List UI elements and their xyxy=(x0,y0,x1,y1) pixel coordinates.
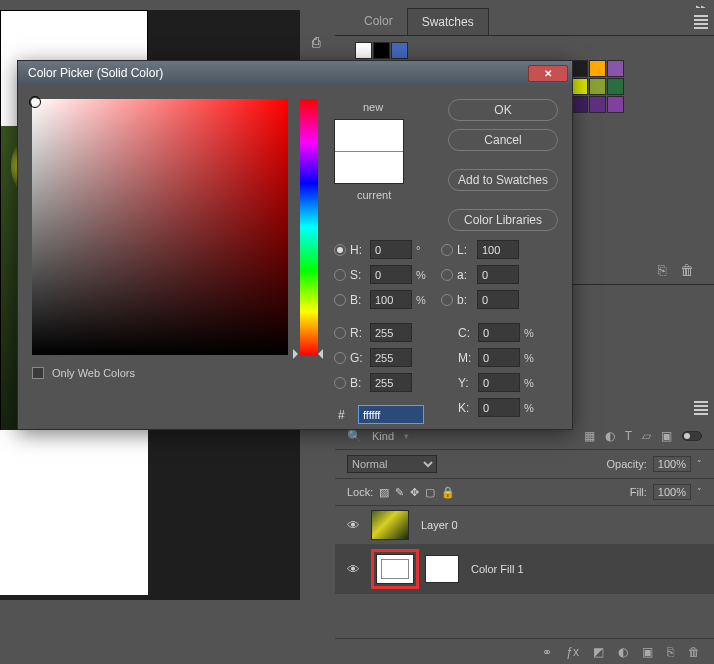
radio-g[interactable] xyxy=(334,352,346,364)
lock-position-icon[interactable]: ✥ xyxy=(410,486,419,499)
filter-pixel-icon[interactable]: ▦ xyxy=(584,429,595,443)
radio-brgb[interactable] xyxy=(334,377,346,389)
radio-s[interactable] xyxy=(334,269,346,281)
swatch-item[interactable] xyxy=(463,42,480,59)
input-r[interactable] xyxy=(370,323,412,342)
lock-image-icon[interactable]: ✎ xyxy=(395,486,404,499)
layer-item-colorfill[interactable]: 👁 Color Fill 1 xyxy=(335,545,714,594)
fill-dropdown-icon[interactable]: ˅ xyxy=(697,487,702,497)
brush-panel-icon[interactable]: ⎙ xyxy=(304,30,328,54)
swatch-item[interactable] xyxy=(607,114,624,131)
filter-smart-icon[interactable]: ▣ xyxy=(661,429,672,443)
new-swatch-icon[interactable]: ⎘ xyxy=(658,262,666,278)
fill-value[interactable]: 100% xyxy=(653,484,691,500)
layer-name[interactable]: Layer 0 xyxy=(421,519,458,531)
mask-icon[interactable]: ◩ xyxy=(593,645,604,659)
swatch-item[interactable] xyxy=(589,60,606,77)
swatch-item[interactable] xyxy=(445,42,462,59)
filter-adjust-icon[interactable]: ◐ xyxy=(605,429,615,443)
swatch-item[interactable] xyxy=(589,78,606,95)
filter-kind-label[interactable]: Kind xyxy=(372,430,394,442)
lock-transparency-icon[interactable]: ▨ xyxy=(379,486,389,499)
tab-color[interactable]: Color xyxy=(350,8,407,35)
swatch-item[interactable] xyxy=(571,78,588,95)
link-layers-icon[interactable]: ⚭ xyxy=(542,645,552,659)
current-color-swatch[interactable] xyxy=(335,151,403,183)
lock-all-icon[interactable]: 🔒 xyxy=(441,486,455,499)
cancel-button[interactable]: Cancel xyxy=(448,129,558,151)
blend-mode-select[interactable]: Normal xyxy=(347,455,437,473)
swatch-item[interactable] xyxy=(427,42,444,59)
layer-name[interactable]: Color Fill 1 xyxy=(471,563,524,575)
input-h[interactable] xyxy=(370,240,412,259)
radio-r[interactable] xyxy=(334,327,346,339)
input-m[interactable] xyxy=(478,348,520,367)
color-cursor[interactable] xyxy=(29,96,41,108)
swatch-item[interactable] xyxy=(607,42,624,59)
swatch-item[interactable] xyxy=(553,42,570,59)
swatch-item[interactable] xyxy=(535,42,552,59)
tab-swatches[interactable]: Swatches xyxy=(407,8,489,35)
dropdown-icon[interactable]: ▾ xyxy=(404,431,409,441)
radio-blab[interactable] xyxy=(441,294,453,306)
only-web-checkbox[interactable] xyxy=(32,367,44,379)
layer-mask-thumbnail[interactable] xyxy=(425,555,459,583)
group-icon[interactable]: ▣ xyxy=(642,645,653,659)
swatch-item[interactable] xyxy=(571,60,588,77)
opacity-dropdown-icon[interactable]: ˅ xyxy=(697,459,702,469)
radio-a[interactable] xyxy=(441,269,453,281)
ok-button[interactable]: OK xyxy=(448,99,558,121)
swatch-item[interactable] xyxy=(571,114,588,131)
hue-handle-left-icon[interactable] xyxy=(293,349,298,359)
panel-menu-icon[interactable] xyxy=(694,15,708,29)
visibility-eye-icon[interactable]: 👁 xyxy=(347,518,365,533)
filter-toggle[interactable] xyxy=(682,431,702,441)
input-a[interactable] xyxy=(477,265,519,284)
input-blab[interactable] xyxy=(477,290,519,309)
swatch-item[interactable] xyxy=(589,114,606,131)
layer-thumbnail[interactable] xyxy=(371,510,409,540)
input-g[interactable] xyxy=(370,348,412,367)
input-s[interactable] xyxy=(370,265,412,284)
input-brgb[interactable] xyxy=(370,373,412,392)
opacity-value[interactable]: 100% xyxy=(653,456,691,472)
swatch-item[interactable] xyxy=(373,42,390,59)
swatch-item[interactable] xyxy=(517,42,534,59)
swatch-item[interactable] xyxy=(589,96,606,113)
swatch-item[interactable] xyxy=(499,42,516,59)
close-button[interactable]: ✕ xyxy=(528,65,568,82)
trash-icon[interactable]: 🗑 xyxy=(680,262,694,278)
input-l[interactable] xyxy=(477,240,519,259)
swatch-item[interactable] xyxy=(391,42,408,59)
saturation-brightness-field[interactable] xyxy=(32,99,288,355)
fill-layer-thumbnail[interactable] xyxy=(376,554,414,584)
layer-item-0[interactable]: 👁 Layer 0 xyxy=(335,506,714,545)
swatch-item[interactable] xyxy=(589,42,606,59)
swatch-item[interactable] xyxy=(607,60,624,77)
swatch-item[interactable] xyxy=(571,42,588,59)
fx-icon[interactable]: ƒx xyxy=(566,645,579,659)
lock-artboard-icon[interactable]: ▢ xyxy=(425,486,435,499)
swatch-item[interactable] xyxy=(607,78,624,95)
layers-panel-menu-icon[interactable] xyxy=(694,401,708,415)
radio-l[interactable] xyxy=(441,244,453,256)
filter-type-icon[interactable]: T xyxy=(625,429,632,443)
swatch-item[interactable] xyxy=(571,96,588,113)
trash-icon[interactable]: 🗑 xyxy=(688,645,700,659)
swatch-item[interactable] xyxy=(409,42,426,59)
swatch-item[interactable] xyxy=(481,42,498,59)
new-layer-icon[interactable]: ⎘ xyxy=(667,645,674,659)
adjustment-icon[interactable]: ◐ xyxy=(618,645,628,659)
input-c[interactable] xyxy=(478,323,520,342)
input-y[interactable] xyxy=(478,373,520,392)
input-k[interactable] xyxy=(478,398,520,417)
input-hex[interactable] xyxy=(358,405,424,424)
swatch-item[interactable] xyxy=(355,42,372,59)
radio-bhsb[interactable] xyxy=(334,294,346,306)
hue-slider[interactable] xyxy=(300,99,318,355)
swatch-item[interactable] xyxy=(607,96,624,113)
input-bhsb[interactable] xyxy=(370,290,412,309)
visibility-eye-icon[interactable]: 👁 xyxy=(347,562,365,577)
dialog-titlebar[interactable]: Color Picker (Solid Color) ✕ xyxy=(18,61,572,85)
hue-handle-right-icon[interactable] xyxy=(318,349,323,359)
